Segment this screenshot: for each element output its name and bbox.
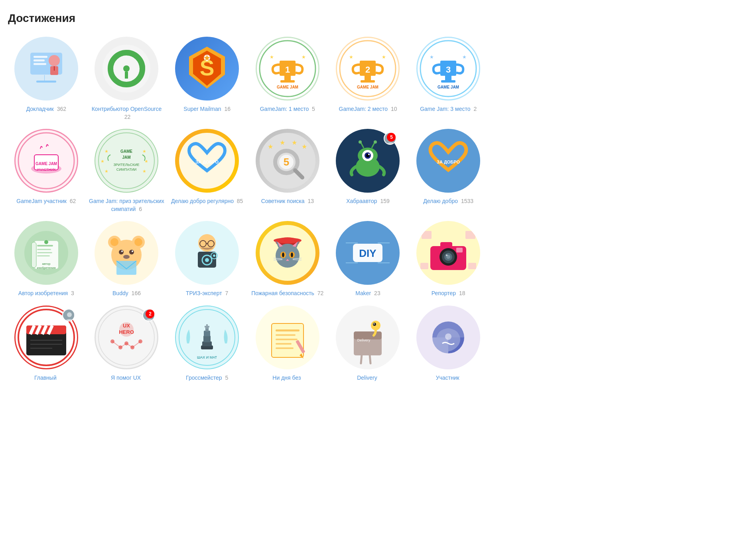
svg-rect-150 [456, 248, 463, 252]
badge-label-gamejam3: Game Jam: 3 место 2 [420, 105, 477, 113]
badge-label-gamejam-participant: GameJam участник 62 [16, 197, 76, 205]
achievement-uchastnik[interactable]: Участник [410, 306, 487, 382]
badge-label-avtor: Автор изобретения 3 [18, 290, 74, 298]
svg-text:★: ★ [302, 143, 307, 150]
achievement-maker[interactable]: DIY Maker 23 [330, 221, 406, 298]
achievement-fire[interactable]: Пожарная безопасность 72 [249, 221, 326, 298]
achievement-gamejam2[interactable]: 2 GAME JAM ★ ★ GameJam: 2 место 10 [330, 37, 406, 121]
svg-text:GAME JAM: GAME JAM [357, 85, 379, 89]
svg-text:GAME: GAME [120, 149, 132, 154]
svg-text:GAME JAM: GAME JAM [277, 85, 298, 89]
svg-rect-152 [465, 231, 475, 239]
svg-point-75 [368, 154, 370, 155]
svg-text:★: ★ [462, 54, 467, 60]
svg-rect-149 [440, 242, 452, 248]
svg-text:★: ★ [430, 54, 434, 60]
svg-text:★: ★ [142, 169, 146, 174]
achievement-habraavtor[interactable]: 5 Хабраавтор 159 [330, 129, 406, 213]
badge-label-nidn: Ни дня без [272, 374, 302, 382]
svg-rect-37 [441, 80, 455, 83]
achievement-glavny[interactable]: Главный [8, 306, 85, 382]
svg-rect-36 [445, 76, 451, 81]
badge-label-triz: ТРИЗ-эксперт 7 [186, 290, 228, 298]
svg-rect-7 [44, 75, 45, 81]
svg-point-203 [371, 321, 380, 330]
svg-text:JAM: JAM [122, 155, 131, 160]
achievement-buddy[interactable]: Buddy 166 [89, 221, 165, 298]
badge-label-habraavtor: Хабраавтор 159 [346, 197, 390, 205]
achievement-gamejam-participant[interactable]: GAME JAM УЧАСТНИК GameJam участник 62 [8, 129, 85, 213]
svg-rect-194 [276, 334, 296, 336]
achievement-контрибьютор[interactable]: Контрибьютор OpenSource 22 [89, 37, 165, 121]
svg-point-104 [132, 250, 133, 252]
achievement-triz[interactable]: ТРИЗ-эксперт 7 [169, 221, 245, 298]
svg-line-206 [361, 355, 362, 363]
svg-point-102 [129, 250, 134, 254]
svg-text:★: ★ [382, 54, 386, 60]
badge-label-supermailman: Super Mailman 16 [183, 105, 231, 113]
svg-text:UX: UX [123, 323, 130, 329]
achievement-za-dobro-reg[interactable]: ЗА ДОБРО Делаю добро регулярно 85 [169, 129, 245, 213]
badge-label-gamejam2: GameJam: 2 место 10 [339, 105, 397, 113]
achievement-avtor[interactable]: автор изобретения Автор изобретения 3 [8, 221, 85, 298]
svg-text:★: ★ [268, 143, 273, 150]
svg-line-131 [274, 260, 282, 260]
svg-text:3: 3 [446, 65, 451, 75]
svg-point-148 [446, 254, 447, 256]
svg-text:изобретения: изобретения [37, 266, 55, 270]
svg-rect-154 [468, 263, 476, 269]
achievements-grid: Докладчик 362 Контрибьютор OpenSource 22 [8, 37, 487, 382]
svg-rect-90 [37, 252, 52, 253]
svg-rect-196 [276, 343, 292, 345]
svg-text:УЧАСТНИК: УЧАСТНИК [37, 168, 56, 172]
avatar-glavny [62, 309, 75, 321]
svg-point-114 [205, 258, 209, 262]
svg-point-100 [134, 238, 142, 246]
svg-text:★: ★ [292, 139, 297, 146]
svg-text:★: ★ [280, 139, 285, 146]
achievement-za-dobro[interactable]: ЗА ДОБРО Делаю добро 1533 [410, 129, 487, 213]
svg-text:5: 5 [284, 156, 289, 168]
svg-text:★: ★ [302, 54, 306, 60]
badge-label-контрибьютор: Контрибьютор OpenSource 22 [89, 105, 165, 121]
achievement-delivery[interactable]: Delivery Delivery [330, 306, 406, 382]
achievement-grossmeister[interactable]: ШАХ И МАТ Гроссмейстер 5 [169, 306, 245, 382]
svg-text:HERO: HERO [119, 329, 134, 335]
svg-rect-192 [272, 323, 304, 357]
svg-text:1: 1 [285, 65, 290, 75]
svg-point-98 [110, 238, 118, 246]
svg-text:★: ★ [142, 149, 146, 154]
svg-text:ЗРИТЕЛЬСКИЕ: ЗРИТЕЛЬСКИЕ [114, 163, 140, 167]
achievement-gamejam-viewers[interactable]: ★ ★ ★ ★ ★ ★ GAME JAM ЗРИТЕЛЬСКИЕ СИМПАТИ… [89, 129, 165, 213]
achievement-reporter[interactable]: Репортер 18 [410, 221, 487, 298]
svg-rect-185 [203, 335, 211, 342]
svg-text:★: ★ [349, 54, 353, 60]
page-title: Достижения [8, 12, 737, 25]
badge-label-uxhero: Я помог UX [111, 374, 142, 382]
achievement-докладчик[interactable]: Докладчик 362 [8, 37, 85, 121]
svg-rect-186 [204, 331, 210, 336]
svg-rect-193 [276, 329, 300, 331]
achievement-uxhero[interactable]: UX HERO 2 Я помог U [89, 306, 165, 382]
svg-point-79 [374, 140, 377, 144]
achievement-sovetnik[interactable]: ★ ★ ★ ★ 5 Советник поиска 13 [249, 129, 326, 213]
badge-label-sovetnik: Советник поиска 13 [261, 197, 314, 205]
svg-point-103 [121, 250, 123, 252]
achievement-supermailman[interactable]: S Super Mailman 16 [169, 37, 245, 121]
badge-label-gamejam-viewers: Game Jam: приз зрительских симпатий 6 [89, 197, 165, 213]
badge-label-uchastnik: Участник [436, 374, 461, 382]
achievement-nidn[interactable]: Ни дня без [249, 306, 326, 382]
svg-point-205 [374, 323, 375, 324]
achievement-gamejam1[interactable]: 1 GAME JAM ★ ★ GameJam: 1 место 5 [249, 37, 326, 121]
svg-text:Delivery: Delivery [357, 338, 371, 342]
svg-line-133 [293, 260, 302, 260]
badge-label-докладчик: Докладчик 362 [26, 105, 66, 113]
svg-text:GAME JAM: GAME JAM [35, 162, 57, 166]
svg-rect-87 [32, 242, 36, 268]
svg-point-116 [213, 254, 215, 257]
achievement-gamejam3[interactable]: 3 GAME JAM ★ ★ Game Jam: 3 место 2 [410, 37, 487, 121]
svg-rect-29 [361, 80, 375, 83]
svg-point-210 [445, 333, 451, 340]
badge-label-buddy: Buddy 166 [112, 290, 141, 298]
badge-label-maker: Maker 23 [355, 290, 380, 298]
